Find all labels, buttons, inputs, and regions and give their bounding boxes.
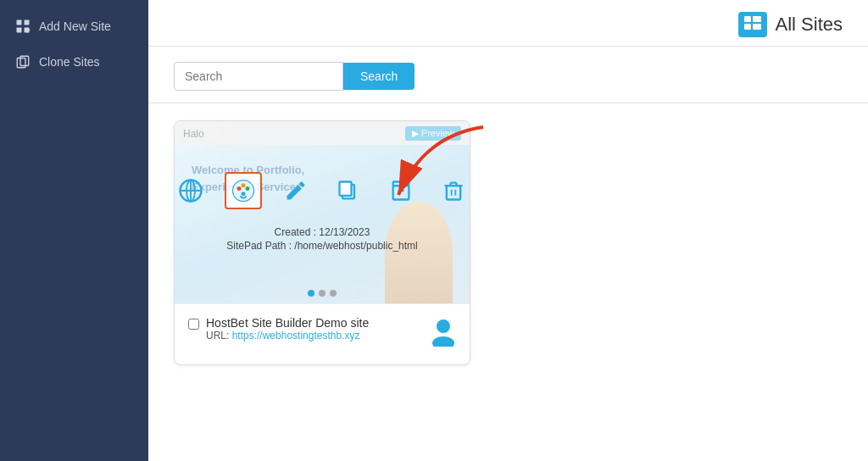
edit-icon[interactable]: [277, 172, 314, 209]
card-overlay: Created : 12/13/2023 SitePad Path : /hom…: [175, 121, 470, 303]
page-title-container: All Sites: [738, 12, 843, 37]
svg-point-17: [237, 186, 242, 191]
card-footer-left: HostBet Site Builder Demo site URL: http…: [188, 316, 369, 342]
archive-icon[interactable]: [382, 172, 420, 209]
site-card: Halo ▶ Preview Welcome to Portfolio,Expe…: [174, 120, 470, 365]
main-content: All Sites Search Halo ▶ Preview Welcome …: [148, 0, 868, 461]
svg-point-33: [437, 319, 450, 333]
svg-rect-8: [744, 16, 751, 22]
content-area: Halo ▶ Preview Welcome to Portfolio,Expe…: [148, 103, 868, 382]
search-button[interactable]: Search: [343, 63, 415, 90]
nav-dot-1[interactable]: [308, 290, 314, 297]
card-site-url: URL: https://webhostingtesthb.xyz: [206, 330, 369, 342]
sidebar-item-clone-sites-label: Clone Sites: [39, 55, 100, 69]
card-footer: HostBet Site Builder Demo site URL: http…: [175, 303, 470, 364]
search-input[interactable]: [174, 62, 343, 91]
add-site-icon: [15, 19, 31, 34]
svg-point-34: [432, 336, 454, 347]
search-bar: Search: [148, 47, 868, 103]
svg-point-20: [242, 192, 246, 196]
svg-point-18: [242, 183, 246, 187]
svg-rect-26: [447, 186, 460, 199]
nav-dot-2[interactable]: [319, 290, 326, 297]
user-icon: [431, 318, 456, 353]
visit-site-icon[interactable]: [175, 172, 209, 209]
card-sitepad-path: SitePad Path : /home/webhost/public_html: [226, 240, 417, 252]
clone-icon: [15, 54, 31, 69]
change-theme-icon[interactable]: [225, 172, 262, 209]
grid-icon: [744, 16, 761, 30]
sidebar: Add New Site Clone Sites: [0, 0, 148, 461]
card-thumbnail: Halo ▶ Preview Welcome to Portfolio,Expe…: [175, 121, 470, 303]
card-footer-site-info: HostBet Site Builder Demo site URL: http…: [206, 316, 369, 342]
svg-rect-10: [744, 24, 751, 30]
sidebar-item-add-new-site-label: Add New Site: [39, 19, 111, 33]
svg-rect-9: [753, 16, 761, 22]
copy-icon[interactable]: [330, 172, 367, 209]
card-created-date: Created : 12/13/2023: [226, 226, 417, 238]
svg-rect-1: [25, 20, 30, 25]
svg-point-19: [246, 186, 250, 191]
site-url-link[interactable]: https://webhostingtesthb.xyz: [232, 330, 360, 342]
svg-rect-24: [393, 186, 409, 199]
site-select-checkbox[interactable]: [188, 319, 199, 330]
sites-icon: [738, 12, 767, 37]
svg-rect-11: [753, 24, 761, 30]
card-site-info: Created : 12/13/2023 SitePad Path : /hom…: [226, 225, 417, 253]
page-title: All Sites: [776, 14, 843, 36]
card-site-name: HostBet Site Builder Demo site: [206, 316, 369, 330]
sidebar-item-add-new-site[interactable]: Add New Site: [0, 8, 148, 44]
svg-rect-2: [17, 28, 22, 33]
delete-icon[interactable]: [435, 172, 470, 209]
nav-dot-3[interactable]: [330, 290, 337, 297]
sidebar-item-clone-sites[interactable]: Clone Sites: [0, 44, 148, 80]
nav-dots: [308, 290, 337, 297]
page-header: All Sites: [148, 0, 868, 47]
svg-rect-22: [340, 181, 352, 195]
svg-rect-0: [17, 20, 22, 25]
card-action-icons: [175, 172, 470, 209]
